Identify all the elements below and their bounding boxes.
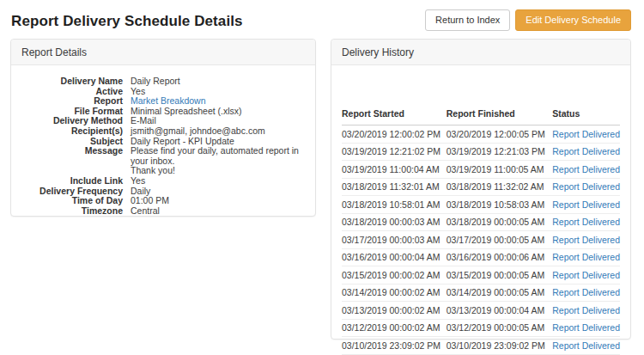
table-row: 03/16/2019 00:00:04 AM 03/16/2019 00:00:… (342, 248, 620, 266)
report-finished-cell: 03/20/2019 12:00:05 PM (447, 125, 552, 144)
report-delivered-link[interactable]: Report Delivered (552, 146, 620, 156)
table-row: 03/12/2019 00:00:02 AM 03/12/2019 00:00:… (342, 319, 620, 337)
report-delivered-link[interactable]: Report Delivered (552, 181, 620, 192)
report-delivered-link[interactable]: Report Delivered (552, 270, 620, 280)
report-started-cell: 03/19/2019 11:00:04 AM (342, 161, 447, 179)
history-spacer (342, 65, 620, 104)
toolbar: Return to Index Edit Delivery Schedule (425, 9, 631, 31)
detail-row: Message Please find your daily, automate… (20, 146, 307, 176)
table-row: 03/10/2019 23:09:02 PM 03/10/2019 23:09:… (342, 337, 620, 355)
report-finished-cell: 03/12/2019 00:00:05 AM (447, 319, 552, 337)
table-row: 03/14/2019 00:00:02 AM 03/14/2019 00:00:… (342, 284, 620, 302)
detail-value: Yes (131, 176, 145, 187)
report-finished-cell: 03/10/2019 23:09:02 PM (447, 337, 552, 355)
report-started-cell: 03/16/2019 00:00:04 AM (342, 248, 447, 266)
delivery-history-panel-title: Delivery History (331, 40, 630, 65)
delivery-history-table: Report Started Report Finished Status 03… (342, 104, 620, 355)
report-started-cell: 03/14/2019 00:00:02 AM (342, 284, 447, 302)
table-row: 03/15/2019 00:00:02 AM 03/15/2019 00:00:… (342, 266, 620, 285)
report-finished-cell: 03/19/2019 12:21:03 PM (447, 143, 552, 161)
report-started-cell: 03/15/2019 00:00:02 AM (342, 266, 447, 285)
detail-value: 01:00 PM (131, 196, 169, 206)
detail-row: Include Link Yes (20, 176, 307, 187)
report-delivered-link[interactable]: Report Delivered (552, 305, 620, 315)
detail-label: Time of Day (20, 196, 131, 206)
detail-value: Please find your daily, automated report… (131, 146, 307, 176)
report-started-cell: 03/13/2019 00:00:02 AM (342, 302, 447, 320)
report-started-cell: 03/19/2019 12:21:02 PM (342, 143, 447, 161)
table-row: 03/20/2019 12:00:02 PM 03/20/2019 12:00:… (342, 125, 620, 144)
report-delivered-link[interactable]: Report Delivered (552, 164, 620, 174)
column-header-report-finished: Report Finished (447, 104, 552, 125)
report-details-fields: Delivery Name Daily Report Active Yes Re… (11, 65, 315, 216)
return-to-index-button[interactable]: Return to Index (425, 9, 510, 31)
report-delivered-link[interactable]: Report Delivered (552, 129, 620, 139)
table-row: 03/19/2019 12:21:02 PM 03/19/2019 12:21:… (342, 143, 620, 161)
report-finished-cell: 03/18/2019 00:00:05 AM (447, 213, 552, 231)
report-details-panel: Report Details Delivery Name Daily Repor… (10, 39, 316, 217)
report-finished-cell: 03/15/2019 00:00:05 AM (447, 266, 552, 285)
table-row: 03/13/2019 00:00:02 AM 03/13/2019 00:00:… (342, 302, 620, 320)
detail-label: Message (20, 146, 131, 176)
report-started-cell: 03/18/2019 00:00:03 AM (342, 213, 447, 231)
table-row: 03/19/2019 11:00:04 AM 03/19/2019 11:00:… (342, 161, 620, 179)
report-delivered-link[interactable]: Report Delivered (552, 252, 620, 262)
report-finished-cell: 03/13/2019 00:00:04 AM (447, 302, 552, 320)
detail-label: Timezone (20, 206, 131, 217)
report-started-cell: 03/10/2019 23:09:02 PM (342, 337, 447, 355)
report-delivered-link[interactable]: Report Delivered (552, 199, 620, 210)
detail-value: jsmith@gmail, johndoe@abc.com (131, 126, 265, 137)
report-finished-cell: 03/19/2019 11:00:05 AM (447, 161, 552, 179)
report-delivered-link[interactable]: Report Delivered (552, 217, 620, 227)
report-delivered-link[interactable]: Report Delivered (552, 235, 620, 245)
report-finished-cell: 03/14/2019 00:00:05 AM (447, 284, 552, 302)
report-finished-cell: 03/18/2019 11:32:02 AM (447, 178, 552, 196)
column-header-report-started: Report Started (342, 104, 447, 125)
column-header-status: Status (552, 104, 620, 125)
report-started-cell: 03/18/2019 10:58:01 AM (342, 196, 447, 214)
report-finished-cell: 03/16/2019 00:00:06 AM (447, 248, 552, 266)
table-row: 03/18/2019 10:58:01 AM 03/18/2019 10:58:… (342, 196, 620, 214)
detail-value: Central (131, 206, 160, 217)
report-delivered-link[interactable]: Report Delivered (552, 322, 620, 333)
edit-delivery-schedule-button[interactable]: Edit Delivery Schedule (515, 9, 631, 31)
delivery-history-table-body: 03/20/2019 12:00:02 PM 03/20/2019 12:00:… (342, 125, 620, 355)
detail-row: Recipient(s) jsmith@gmail, johndoe@abc.c… (20, 126, 307, 137)
delivery-history-panel: Delivery History Report Started Report F… (331, 39, 631, 340)
delivery-history-body: Report Started Report Finished Status 03… (331, 65, 630, 355)
table-row: 03/18/2019 11:32:01 AM 03/18/2019 11:32:… (342, 178, 620, 196)
detail-label: Delivery Name (20, 77, 131, 87)
detail-value: Daily Report (131, 77, 180, 87)
report-finished-cell: 03/17/2019 00:00:05 AM (447, 231, 552, 249)
report-started-cell: 03/18/2019 11:32:01 AM (342, 178, 447, 196)
page-title: Report Delivery Schedule Details (11, 13, 243, 30)
detail-row: Delivery Name Daily Report (20, 77, 307, 87)
detail-row: Timezone Central (20, 206, 307, 217)
detail-label: Recipient(s) (20, 126, 131, 137)
report-details-panel-title: Report Details (11, 40, 315, 65)
report-started-cell: 03/20/2019 12:00:02 PM (342, 125, 447, 144)
report-started-cell: 03/17/2019 00:00:03 AM (342, 231, 447, 249)
table-row: 03/17/2019 00:00:03 AM 03/17/2019 00:00:… (342, 231, 620, 249)
detail-label: Include Link (20, 176, 131, 187)
report-delivered-link[interactable]: Report Delivered (552, 340, 620, 351)
report-delivered-link[interactable]: Report Delivered (552, 287, 620, 297)
table-header-row: Report Started Report Finished Status (342, 104, 620, 125)
report-started-cell: 03/12/2019 00:00:02 AM (342, 319, 447, 337)
detail-row: Time of Day 01:00 PM (20, 196, 307, 206)
report-finished-cell: 03/18/2019 10:58:03 AM (447, 196, 552, 214)
table-row: 03/18/2019 00:00:03 AM 03/18/2019 00:00:… (342, 213, 620, 231)
